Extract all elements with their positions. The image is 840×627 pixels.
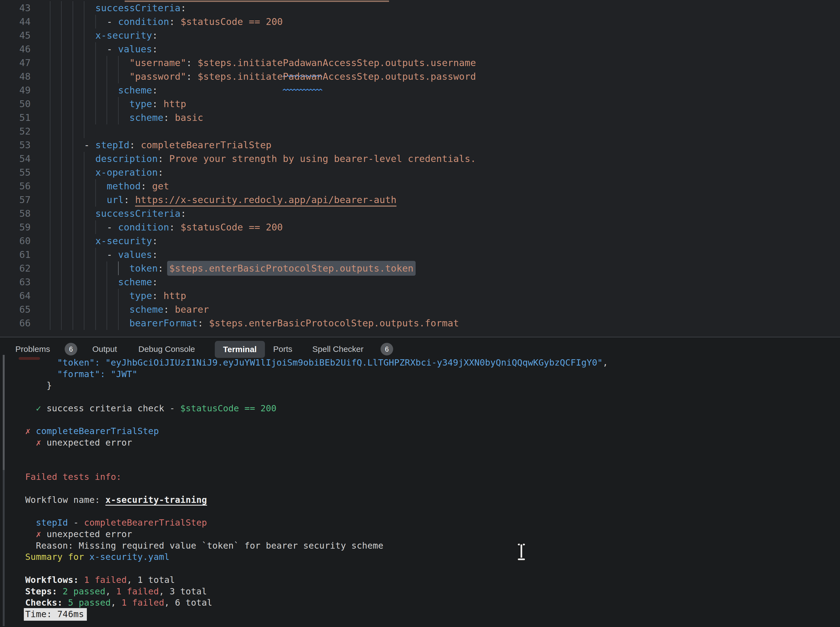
code-line[interactable]: 61 - values: <box>0 248 840 262</box>
code-text: type: http <box>50 97 186 111</box>
code-line[interactable]: 44 - condition: $statusCode == 200 <box>0 15 840 28</box>
line-number: 61 <box>0 248 31 262</box>
tab-output[interactable]: Output <box>92 339 117 359</box>
code-text: - condition: $statusCode == 200 <box>50 221 283 234</box>
terminal-line: Checks: 5 passed, 1 failed, 6 total <box>25 597 820 609</box>
terminal-line <box>25 414 820 426</box>
code-token: - <box>107 222 118 233</box>
code-token: x-security <box>95 30 152 41</box>
code-token: : <box>152 277 158 287</box>
code-line[interactable]: 53 - stepId: completeBearerTrialStep <box>0 138 840 152</box>
editor-area[interactable]: 43 successCriteria:44 - condition: $stat… <box>0 0 840 337</box>
code-token: : <box>181 2 186 13</box>
spellcheck-squiggle-icon <box>283 81 323 83</box>
terminal-token: ✗ <box>36 529 47 539</box>
indent-guide <box>61 124 61 138</box>
code-text: "username": $steps.initiatePadawanAccess… <box>50 56 476 69</box>
tab-debug-console[interactable]: Debug Console <box>138 339 195 359</box>
code-token: stepId <box>95 140 129 150</box>
terminal-token: x-security.yaml <box>89 551 170 562</box>
terminal-line <box>25 449 820 460</box>
code-text: description: Prove your strength by usin… <box>50 152 476 165</box>
code-token: scheme <box>129 304 163 315</box>
code-line[interactable]: 49 scheme: <box>0 83 840 97</box>
code-line[interactable]: 50 type: http <box>0 97 840 111</box>
code-token: : <box>186 57 198 68</box>
code-token: $steps.initiatePadawanAccessStep.outputs… <box>198 71 476 82</box>
code-line[interactable]: 65 scheme: bearer <box>0 302 840 316</box>
code-token: http <box>164 290 186 301</box>
code-line[interactable]: 57 url: https://x-security.redocly.app/a… <box>0 193 840 206</box>
tab-problems[interactable]: Problems <box>15 339 50 359</box>
code-text: x-operation: <box>50 165 164 179</box>
terminal-line: Workflows: 1 failed, 1 total <box>25 574 820 586</box>
terminal-token: unexpected error <box>47 529 132 539</box>
tab-spell-checker[interactable]: Spell Checker <box>312 339 363 359</box>
terminal-token: Reason: Missing required value `token` f… <box>36 540 384 551</box>
terminal-token: Summary for <box>25 551 89 562</box>
code-token: : <box>158 167 164 178</box>
code-line[interactable]: 66 bearerFormat: $steps.enterBasicProtoc… <box>0 316 840 330</box>
indent-guide <box>84 124 84 138</box>
terminal-token: Steps: <box>25 586 63 597</box>
scrollbar-thumb[interactable] <box>3 355 5 470</box>
terminal-line <box>25 483 820 495</box>
spellcheck-squiggle-icon <box>283 67 323 69</box>
spell-checker-count-badge: 6 <box>381 343 393 355</box>
terminal-line: "token": "eyJhbGciOiJIUzI1NiJ9.eyJuYW1lI… <box>25 357 820 369</box>
terminal-line: ✗ unexpected error <box>25 437 820 449</box>
url-link[interactable]: https://x-security.redocly.app/api/beare… <box>135 194 396 206</box>
terminal-scrollbar[interactable] <box>3 355 5 626</box>
line-number: 55 <box>0 165 31 179</box>
terminal-token: ✗ <box>25 426 36 436</box>
code-line[interactable]: 55 x-operation: <box>0 165 840 179</box>
code-line[interactable]: 47 "username": $steps.initiatePadawanAcc… <box>0 56 840 69</box>
code-token: type <box>129 98 152 109</box>
terminal-token: , <box>105 586 116 597</box>
code-token: token <box>129 263 158 274</box>
mouse-ibeam-cursor <box>517 544 525 560</box>
line-number: 65 <box>0 302 31 316</box>
tab-terminal-active[interactable]: Terminal <box>215 341 265 358</box>
code-line[interactable]: 54 description: Prove your strength by u… <box>0 152 840 165</box>
code-token: : <box>181 208 186 219</box>
editor-code-lines: 43 successCriteria:44 - condition: $stat… <box>0 1 840 330</box>
code-token: scheme <box>118 85 152 96</box>
vscode-window: 43 successCriteria:44 - condition: $stat… <box>0 0 840 627</box>
code-token: : <box>186 71 198 82</box>
code-token: values <box>118 44 152 55</box>
code-token: - <box>107 249 118 260</box>
code-line[interactable]: 48 "password": $steps.initiatePadawanAcc… <box>0 69 840 83</box>
code-line[interactable]: 45 x-security: <box>0 28 840 42</box>
code-token: : <box>152 98 163 109</box>
code-line[interactable]: 52 <box>0 124 840 138</box>
code-token: : <box>124 194 135 205</box>
code-line[interactable]: 59 - condition: $statusCode == 200 <box>0 221 840 234</box>
code-line[interactable]: 46 - values: <box>0 42 840 56</box>
line-number: 66 <box>0 316 31 330</box>
code-token: x-operation <box>95 167 158 178</box>
code-line[interactable]: 62 token: $steps.enterBasicProtocolStep.… <box>0 262 840 275</box>
code-line[interactable]: 58 successCriteria: <box>0 206 840 221</box>
panel-tab-bar: Problems 6 Output Debug Console Terminal… <box>0 339 840 359</box>
terminal-line: Reason: Missing required value `token` f… <box>25 540 820 551</box>
line-number: 48 <box>0 69 31 83</box>
terminal-token: ✗ <box>36 437 47 448</box>
terminal-token: Checks: <box>25 597 68 608</box>
code-line[interactable]: 60 x-security: <box>0 234 840 248</box>
line-number: 43 <box>0 1 31 15</box>
code-line[interactable]: 56 method: get <box>0 179 840 193</box>
line-number: 52 <box>0 124 31 138</box>
terminal-token: Workflow name: <box>25 495 105 505</box>
code-token: get <box>152 181 169 192</box>
tab-ports[interactable]: Ports <box>273 339 292 359</box>
code-token: : <box>152 30 158 41</box>
terminal-output[interactable]: "token": "eyJhbGciOiJIUzI1NiJ9.eyJuYW1lI… <box>25 357 820 620</box>
code-token: successCriteria <box>95 2 181 13</box>
terminal-token: completeBearerTrialStep <box>36 426 159 436</box>
code-line[interactable]: 51 scheme: basic <box>0 111 840 124</box>
code-line[interactable]: 63 scheme: <box>0 275 840 289</box>
code-line[interactable]: 64 type: http <box>0 289 840 302</box>
terminal-token: 1 failed <box>121 597 164 608</box>
code-line[interactable]: 43 successCriteria: <box>0 1 840 15</box>
